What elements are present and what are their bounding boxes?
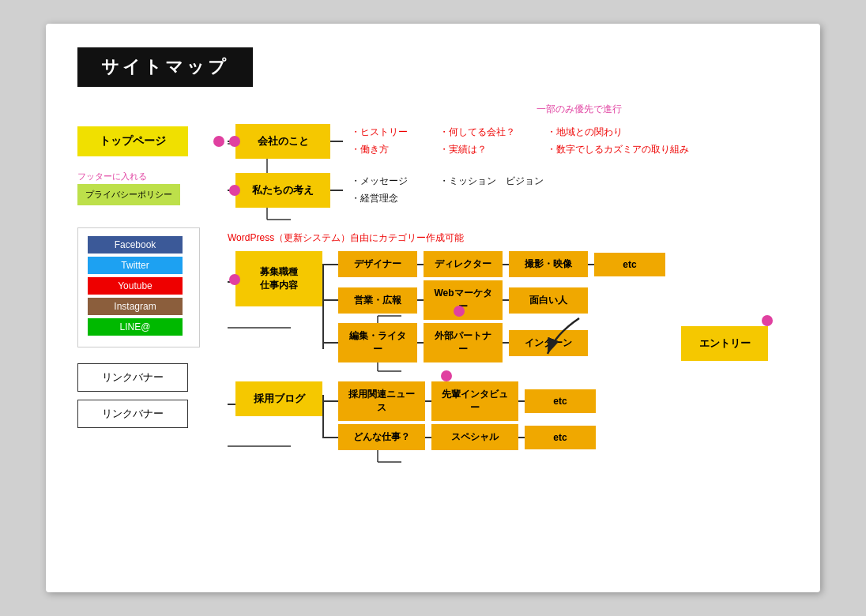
philosophy-box[interactable]: 私たちの考え [235, 173, 330, 208]
philosophy-col1: ・メッセージ ・経営理念 [343, 173, 408, 207]
special-box[interactable]: スペシャル [431, 424, 518, 450]
company-col3: ・地域との関わり ・数字でしるカズミアの取り組み [539, 124, 689, 158]
job-type-box[interactable]: どんな仕事？ [338, 424, 425, 450]
editor-box[interactable]: 編集・ライター [338, 323, 417, 362]
page-container: サイトマップ トップページ フッターに入れる プライバシーポリシー Facebo… [46, 24, 820, 592]
footer-label: フッターに入れる [77, 171, 220, 182]
sns-twitter[interactable]: Twitter [88, 257, 183, 274]
filming-box[interactable]: 撮影・映像 [509, 251, 588, 277]
link-banners: リンクバナー リンクバナー [77, 363, 220, 428]
intern-box[interactable]: インターン [509, 330, 588, 356]
note-top: 一部のみ優先で進行 [228, 103, 789, 116]
company-col1: ・ヒストリー ・働き方 [343, 124, 408, 158]
news-box[interactable]: 採用関連ニュース [338, 381, 425, 421]
top-page-box[interactable]: トップページ [77, 126, 188, 156]
page-title: サイトマップ [77, 47, 253, 87]
designer-box[interactable]: デザイナー [338, 251, 417, 277]
interesting-box[interactable]: 面白い人 [509, 287, 588, 314]
etc-blog-1[interactable]: etc [525, 389, 596, 413]
interview-box[interactable]: 先輩インタビュー [431, 381, 518, 421]
company-col2: ・何してる会社？ ・実績は？ [431, 124, 515, 158]
recruit-box[interactable]: 募集職種 仕事内容 [235, 251, 322, 306]
etc-blog-2[interactable]: etc [525, 426, 596, 449]
partner-box[interactable]: 外部パートナー [424, 323, 503, 362]
link-banner-2[interactable]: リンクバナー [77, 400, 188, 428]
sns-line[interactable]: LINE@ [88, 318, 183, 336]
sns-container: Facebook Twitter Youtube Instagram LINE@ [77, 227, 200, 347]
blog-box[interactable]: 採用ブログ [235, 381, 322, 416]
sns-youtube[interactable]: Youtube [88, 277, 183, 295]
privacy-box[interactable]: プライバシーポリシー [77, 184, 180, 205]
philosophy-col2: ・ミッション ビジョン [431, 173, 544, 207]
link-banner-1[interactable]: リンクバナー [77, 363, 188, 392]
sns-instagram[interactable]: Instagram [88, 298, 183, 315]
director-box[interactable]: ディレクター [424, 251, 503, 277]
sales-box[interactable]: 営業・広報 [338, 287, 417, 314]
wp-note: WordPress（更新システム）自由にカテゴリー作成可能 [228, 231, 789, 245]
entry-box[interactable]: エントリー [681, 326, 768, 361]
etc-box-1[interactable]: etc [594, 253, 665, 276]
company-box[interactable]: 会社のこと [235, 124, 330, 159]
right-area: 一部のみ優先で進行 [220, 103, 789, 450]
sidebar: トップページ フッターに入れる プライバシーポリシー Facebook Twit… [77, 103, 220, 450]
sns-facebook[interactable]: Facebook [88, 236, 183, 254]
